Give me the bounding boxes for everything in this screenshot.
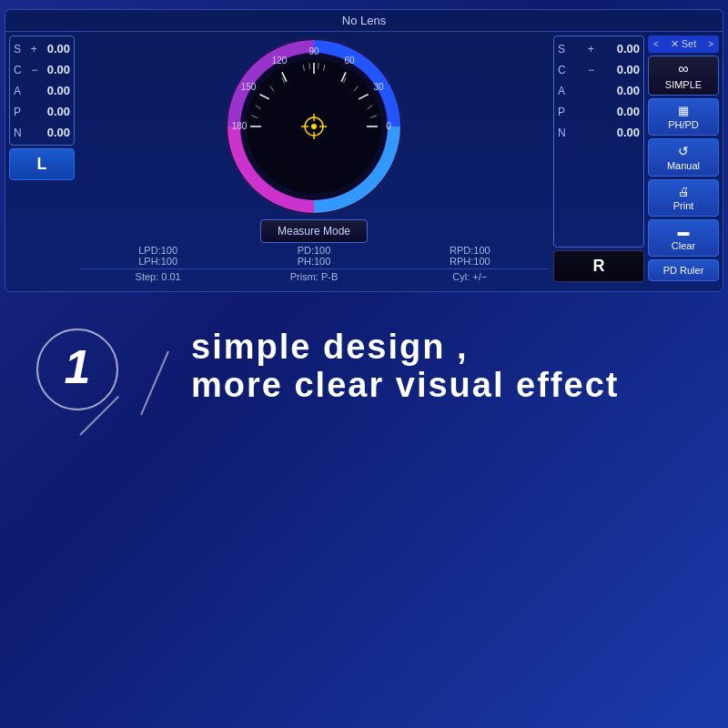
- slash-decoration: [136, 347, 173, 420]
- center-col: 180 150 120 90 60: [78, 35, 550, 282]
- right-row-a: A 0.00: [558, 84, 640, 97]
- svg-text:90: 90: [308, 46, 319, 56]
- stats-row-2: LPH:100 PH:100 RPH:100: [80, 256, 548, 267]
- clear-button[interactable]: ▬ Clear: [648, 219, 719, 257]
- right-row-c: C − 0.00: [558, 63, 640, 76]
- pd-ruler-button[interactable]: PD Ruler: [648, 259, 719, 281]
- stats-area: LPD:100 PD:100 RPD:100 LPH:100 PH:100 RP…: [78, 245, 550, 282]
- svg-point-30: [311, 124, 317, 129]
- svg-text:180: 180: [232, 121, 248, 131]
- svg-line-35: [141, 351, 168, 415]
- number-one: 1: [65, 339, 91, 394]
- left-values-box: S + 0.00 C − 0.00 A 0.00 P 0.00: [9, 35, 75, 146]
- set-label: ✕ Set: [671, 38, 697, 50]
- svg-text:30: 30: [373, 82, 384, 92]
- clear-icon: ▬: [678, 225, 690, 238]
- svg-text:120: 120: [272, 56, 288, 66]
- chevron-right-icon[interactable]: >: [708, 39, 713, 49]
- right-values-box: S + 0.00 C − 0.00 A 0.00 P 0.00: [553, 35, 644, 248]
- l-button[interactable]: L: [9, 148, 75, 180]
- simple-button[interactable]: ∞ SIMPLE: [648, 56, 719, 96]
- left-row-a: A 0.00: [14, 84, 70, 97]
- tagline-line1: simple design ,: [191, 329, 692, 367]
- set-bar[interactable]: < ✕ Set >: [648, 35, 719, 53]
- svg-text:0: 0: [386, 121, 391, 131]
- manual-button[interactable]: ↺ Manual: [648, 138, 719, 177]
- left-row-p: P 0.00: [14, 105, 70, 118]
- left-panel: S + 0.00 C − 0.00 A 0.00 P 0.00: [9, 35, 75, 282]
- svg-text:150: 150: [241, 82, 257, 92]
- panel-title: No Lens: [5, 10, 723, 32]
- right-row-p: P 0.00: [558, 105, 640, 118]
- stats-row-1: LPD:100 PD:100 RPD:100: [80, 245, 548, 256]
- lower-text: simple design , more clear visual effect: [191, 319, 692, 405]
- print-button[interactable]: 🖨 Print: [648, 179, 719, 217]
- gauge-container: 180 150 120 90 60: [223, 35, 405, 217]
- svg-text:60: 60: [344, 56, 355, 66]
- refresh-icon: ↺: [678, 144, 689, 158]
- right-sidebar: < ✕ Set > ∞ SIMPLE ▦ PH/PD ↺ Manual 🖨 Pr…: [648, 35, 719, 282]
- clear-label: Clear: [672, 240, 695, 251]
- lower-section: 1 simple design , more clear visual effe…: [0, 292, 728, 438]
- r-button[interactable]: R: [553, 250, 644, 282]
- right-row-s: S + 0.00: [558, 42, 640, 56]
- infinity-icon: ∞: [678, 61, 688, 77]
- instrument-panel: No Lens S + 0.00 C − 0.00 A 0.00: [5, 9, 723, 292]
- measure-mode-button[interactable]: Measure Mode: [260, 219, 368, 243]
- manual-label: Manual: [667, 160, 700, 171]
- right-panel: S + 0.00 C − 0.00 A 0.00 P 0.00: [553, 35, 644, 282]
- simple-label: SIMPLE: [665, 79, 702, 90]
- ph-pd-button[interactable]: ▦ PH/PD: [648, 98, 719, 136]
- right-row-n: N 0.00: [558, 126, 640, 139]
- tagline-line2: more clear visual effect: [191, 367, 692, 405]
- printer-icon: 🖨: [678, 185, 690, 198]
- grid-icon: ▦: [678, 104, 689, 117]
- left-row-c: C − 0.00: [14, 63, 70, 76]
- left-row-n: N 0.00: [14, 126, 70, 139]
- print-label: Print: [673, 200, 694, 211]
- chevron-left-icon[interactable]: <: [653, 39, 659, 49]
- number-circle: 1: [36, 329, 118, 410]
- ph-pd-label: PH/PD: [668, 119, 699, 130]
- left-row-s: S + 0.00: [14, 42, 70, 56]
- gauge-svg: 180 150 120 90 60: [223, 35, 405, 217]
- stats-row-3: Step: 0.01 Prism: P-B Cyl: +/−: [80, 268, 548, 282]
